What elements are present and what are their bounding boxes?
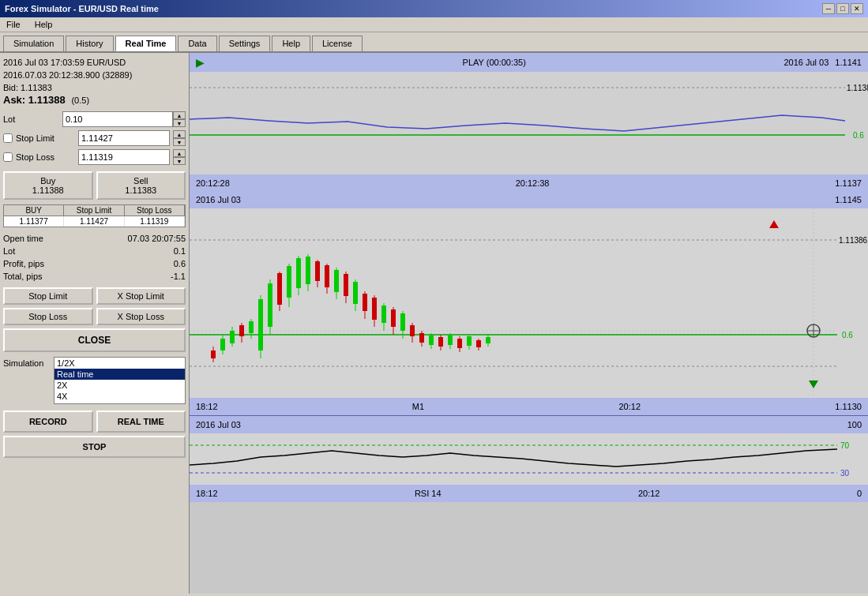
- tab-history[interactable]: History: [66, 36, 113, 51]
- simulation-section: Simulation 1/2X Real time 2X 4X Max: [3, 357, 186, 404]
- top-footer-right-time: 20:12:38: [516, 178, 550, 188]
- ask-value: 1.11388: [28, 94, 66, 106]
- lot-stat-label: Lot: [3, 245, 15, 257]
- main-footer-right: 20:12: [618, 402, 641, 411]
- svg-rect-41: [325, 265, 329, 287]
- rsi-chart: 2016 Jul 03 100 70 30: [190, 416, 868, 503]
- sim-option-max[interactable]: Max: [54, 402, 185, 404]
- x-stop-loss-button[interactable]: X Stop Loss: [96, 308, 186, 325]
- bid-label: Bid:: [3, 83, 18, 92]
- svg-rect-45: [344, 274, 348, 296]
- spread-value: (0.5): [71, 96, 89, 105]
- minimize-button[interactable]: ─: [822, 3, 835, 14]
- svg-rect-31: [277, 273, 282, 305]
- tab-realtime[interactable]: Real Time: [115, 36, 177, 51]
- datetime2-label: 2016.07.03 20:12:38.900 (32889): [3, 69, 186, 81]
- close-button[interactable]: ✕: [851, 3, 863, 14]
- play-icon: ▶: [196, 56, 205, 69]
- real-time-button[interactable]: REAL TIME: [96, 410, 186, 433]
- bid-line: Bid: 1.11383: [3, 81, 186, 94]
- record-button[interactable]: RECORD: [3, 410, 93, 433]
- open-time-label: Open time: [3, 232, 43, 245]
- stop-loss-input[interactable]: [78, 149, 170, 165]
- main-footer-price: 1.1130: [835, 402, 862, 411]
- svg-rect-67: [448, 335, 453, 345]
- tab-data[interactable]: Data: [178, 36, 216, 51]
- main-chart-price: 1.1145: [835, 195, 862, 204]
- tab-settings[interactable]: Settings: [219, 36, 271, 51]
- title-bar: Forex Simulator - EUR/USD Real time ─ □ …: [0, 0, 868, 17]
- svg-rect-35: [296, 258, 301, 288]
- datetime1-label: 2016 Jul 03 17:03:59 EUR/USD: [3, 56, 186, 69]
- svg-rect-47: [353, 282, 358, 304]
- simulation-label: Simulation: [3, 357, 51, 368]
- svg-rect-43: [334, 270, 339, 292]
- sim-option-half[interactable]: 1/2X: [54, 358, 185, 369]
- top-chart-footer: 20:12:28 20:12:38 1.1137: [190, 174, 868, 192]
- lot-stat-value: 0.1: [174, 245, 186, 257]
- rsi-header-date: 2016 Jul 03: [196, 420, 241, 429]
- svg-rect-65: [438, 337, 443, 347]
- lot-down[interactable]: ▼: [173, 119, 186, 127]
- trade-table-header: BUY Stop Limit Stop Loss: [4, 205, 185, 216]
- tab-simulation[interactable]: Simulation: [3, 36, 64, 51]
- candlestick-svg: 1.11386 0.6: [190, 208, 868, 398]
- menu-help[interactable]: Help: [32, 19, 56, 30]
- stop-limit-action-row: Stop Limit X Stop Limit: [3, 287, 186, 305]
- buy-label: Buy: [8, 176, 88, 186]
- main-footer-left: 18:12: [196, 402, 218, 411]
- cell-buy: 1.11377: [4, 216, 64, 227]
- tab-license[interactable]: License: [312, 36, 363, 51]
- stop-limit-up[interactable]: ▲: [173, 130, 186, 138]
- buy-price: 1.11388: [8, 186, 88, 195]
- total-value: -1.1: [171, 270, 186, 283]
- stop-limit-down[interactable]: ▼: [173, 138, 186, 146]
- stop-loss-spinner: ▲ ▼: [173, 149, 186, 165]
- sell-button[interactable]: Sell 1.11383: [96, 171, 186, 200]
- main-chart-footer: 18:12 M1 20:12 1.1130: [190, 398, 868, 415]
- svg-rect-33: [287, 266, 291, 298]
- svg-rect-29: [268, 283, 272, 327]
- rsi-footer: 18:12 RSI 14 20:12 0: [190, 485, 868, 502]
- stop-limit-input[interactable]: [78, 130, 170, 146]
- stop-loss-up[interactable]: ▲: [173, 149, 186, 157]
- open-time-value: 07.03 20:07:55: [128, 232, 186, 245]
- buy-button[interactable]: Buy 1.11388: [3, 171, 93, 200]
- sim-option-4x[interactable]: 4X: [54, 391, 185, 402]
- rsi-header-value: 100: [847, 420, 862, 429]
- stats-section: Open time 07.03 20:07:55 Lot 0.1 Profit,…: [3, 232, 186, 283]
- sell-label: Sell: [101, 176, 182, 186]
- lot-up[interactable]: ▲: [173, 111, 186, 119]
- window-controls: ─ □ ✕: [822, 3, 863, 14]
- buy-sell-row: Buy 1.11388 Sell 1.11383: [3, 171, 186, 200]
- stop-limit-action-button[interactable]: Stop Limit: [3, 287, 93, 305]
- rsi-footer-middle: RSI 14: [415, 489, 442, 498]
- menu-file[interactable]: File: [3, 19, 24, 30]
- sim-option-2x[interactable]: 2X: [54, 380, 185, 391]
- stop-limit-checkbox[interactable]: [3, 133, 13, 143]
- total-row: Total, pips -1.1: [3, 270, 186, 283]
- tab-help[interactable]: Help: [272, 36, 310, 51]
- svg-rect-27: [258, 299, 263, 350]
- stop-loss-down[interactable]: ▼: [173, 157, 186, 165]
- stop-limit-row: Stop Limit ▲ ▼: [3, 130, 186, 146]
- stop-button[interactable]: STOP: [3, 436, 186, 458]
- lot-input[interactable]: [62, 111, 173, 127]
- top-chart: ▶ PLAY (00:00:35) 2016 Jul 03 1.1141 1.1…: [190, 53, 868, 191]
- stop-loss-checkbox[interactable]: [3, 152, 13, 162]
- window-title: Forex Simulator - EUR/USD Real time: [5, 4, 159, 13]
- svg-text:30: 30: [840, 469, 850, 478]
- top-footer-right-price: 1.1137: [835, 178, 862, 188]
- ask-line: Ask: 1.11388 (0.5): [3, 94, 186, 107]
- sim-option-realtime[interactable]: Real time: [54, 369, 185, 380]
- close-button[interactable]: CLOSE: [3, 328, 186, 352]
- cell-stop-loss: 1.11319: [125, 216, 185, 227]
- stop-loss-action-button[interactable]: Stop Loss: [3, 308, 93, 325]
- svg-rect-55: [391, 309, 396, 327]
- trade-table: BUY Stop Limit Stop Loss 1.11377 1.11427…: [3, 204, 186, 227]
- svg-rect-5: [190, 208, 868, 398]
- simulation-list[interactable]: 1/2X Real time 2X 4X Max: [54, 357, 186, 404]
- top-chart-svg: 1.11386 0.6: [190, 72, 868, 174]
- x-stop-limit-button[interactable]: X Stop Limit: [96, 287, 186, 305]
- maximize-button[interactable]: □: [836, 3, 849, 14]
